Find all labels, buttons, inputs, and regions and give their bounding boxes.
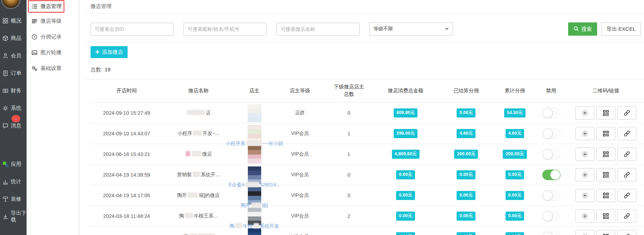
text-segment: 系统开发 bbox=[260, 223, 279, 229]
sidebar-item-label: 会员 bbox=[11, 52, 21, 59]
text-segment: 陶开 bbox=[177, 192, 187, 198]
copy-link-button[interactable] bbox=[617, 127, 636, 140]
minicode-button[interactable] bbox=[575, 168, 594, 181]
cumulative-commission-badge: 0.00元 bbox=[506, 191, 524, 200]
cumulative-commission-badge-cell: 200.00元 bbox=[494, 144, 535, 165]
qrcode-button[interactable] bbox=[596, 230, 615, 235]
text-segment: 福]的微店 bbox=[199, 192, 220, 198]
column-header: 微店名称 bbox=[163, 79, 233, 103]
copy-link-button[interactable] bbox=[617, 209, 636, 223]
text-segment: 陶 bbox=[179, 213, 184, 219]
total-amount-badge-cell: 0.00元 bbox=[373, 227, 438, 235]
toggle-knob bbox=[543, 232, 552, 235]
owner-link[interactable]: 陶开福] bbox=[241, 202, 268, 209]
minicode-button[interactable] bbox=[575, 127, 594, 140]
total-amount-badge-cell: 809.80元 bbox=[373, 103, 438, 123]
column-header: 二维码/链接 bbox=[567, 79, 644, 103]
open-time-cell: 2024-04-19 14:17:05 bbox=[90, 185, 163, 206]
owner-cell: 小程序系~~何小姐 bbox=[234, 123, 276, 144]
sidebar-item-shop-level[interactable]: 微店等级 bbox=[27, 13, 79, 29]
copy-link-button[interactable] bbox=[617, 230, 636, 235]
image-icon bbox=[31, 50, 37, 56]
sidebar-item-apps[interactable]: 应用 bbox=[0, 155, 27, 173]
shop-name-input[interactable] bbox=[277, 23, 360, 36]
sub-shop-count-cell: 1 bbox=[324, 144, 373, 165]
divider bbox=[85, 42, 644, 43]
qrcode-button[interactable] bbox=[596, 127, 615, 140]
owner-link[interactable]: 小程序系~~何小姐 bbox=[226, 141, 283, 147]
owner-link[interactable]: E企盈#526014... bbox=[229, 182, 280, 188]
sidebar-item-commission-records[interactable]: 分佣记录 bbox=[27, 29, 79, 45]
sidebar-item-label: 微店管理 bbox=[41, 3, 62, 10]
sidebar-item-overview[interactable]: 概况 bbox=[0, 12, 27, 29]
redacted-text bbox=[245, 182, 259, 187]
sidebar-item-label: 概况 bbox=[11, 17, 21, 24]
disable-toggle[interactable] bbox=[542, 232, 560, 235]
page-title: 微店管理 bbox=[91, 3, 644, 10]
settled-commission-badge: 0.00元 bbox=[457, 108, 475, 118]
minicode-button[interactable] bbox=[575, 148, 594, 161]
member-id-input[interactable] bbox=[91, 23, 174, 36]
secondary-sidebar: 微店管理微店等级分佣记录图片轮播基础设置 bbox=[27, 0, 79, 235]
redacted-text bbox=[235, 223, 242, 228]
copy-link-button[interactable] bbox=[617, 168, 636, 181]
level-select[interactable]: 等级不限 bbox=[370, 22, 453, 36]
disable-toggle[interactable] bbox=[542, 108, 560, 118]
total-amount-badge-cell: 4,809.80元 bbox=[373, 144, 438, 165]
sidebar-item-orders[interactable]: 订单 bbox=[0, 64, 27, 82]
sidebar-item-goods[interactable]: 商品 bbox=[0, 29, 27, 47]
sidebar-item-shop-manage[interactable]: 微店管理 bbox=[29, 1, 64, 12]
add-shop-button[interactable]: 添加微店 bbox=[91, 46, 128, 58]
sidebar-item-stats[interactable]: 统计 bbox=[0, 173, 27, 190]
members-icon bbox=[2, 53, 8, 59]
text-segment: 店 bbox=[206, 110, 210, 115]
copy-link-button[interactable] bbox=[617, 189, 636, 202]
export-excel-button[interactable]: 导出 EXCEL bbox=[601, 22, 641, 36]
sidebar-item-export-download[interactable]: 导出下载 bbox=[0, 208, 27, 225]
sidebar-item-finance[interactable]: 财务 bbox=[0, 82, 27, 99]
settled-commission-badge-cell: 4.60元 bbox=[438, 123, 494, 144]
sidebar-item-messages[interactable]: 消息… bbox=[0, 117, 27, 134]
settled-commission-badge: 4.60元 bbox=[457, 129, 475, 138]
sidebar-item-basic-settings[interactable]: 基础设置 bbox=[27, 60, 79, 76]
clock-icon bbox=[31, 34, 37, 40]
minicode-button[interactable] bbox=[575, 106, 594, 120]
qrcode-button[interactable] bbox=[596, 148, 615, 161]
member-info-input[interactable] bbox=[184, 23, 267, 36]
filter-bar: 等级不限 搜索 导出 EXCEL bbox=[91, 22, 644, 36]
disable-toggle[interactable] bbox=[542, 170, 560, 180]
text-segment: 营销裂 bbox=[177, 172, 192, 177]
shop-name-cell: 小程序开发~... bbox=[163, 123, 233, 144]
qrcode-button[interactable] bbox=[596, 168, 615, 181]
qrcode-button[interactable] bbox=[596, 189, 615, 202]
owner-level-cell: VIP会员 bbox=[276, 227, 324, 235]
sub-shop-count-cell: 1 bbox=[324, 123, 373, 144]
text-segment: 开发~... bbox=[202, 130, 219, 136]
disable-toggle[interactable] bbox=[542, 149, 560, 159]
minicode-button[interactable] bbox=[575, 230, 594, 235]
qrcode-button[interactable] bbox=[596, 106, 615, 120]
disable-toggle[interactable] bbox=[542, 128, 560, 139]
owner-cell bbox=[234, 144, 276, 165]
sidebar-item-system[interactable]: 系统 bbox=[0, 99, 27, 117]
copy-link-button[interactable] bbox=[617, 148, 636, 161]
cumulative-commission-badge: 0.00元 bbox=[506, 232, 524, 235]
shop-name-cell: 陶牛模王系... bbox=[163, 206, 233, 227]
cumulative-commission-badge-cell: 4.60元 bbox=[494, 123, 535, 144]
disable-toggle[interactable] bbox=[542, 211, 560, 221]
disable-toggle[interactable] bbox=[542, 190, 560, 201]
sidebar-item-image-carousel[interactable]: 图片轮播 bbox=[27, 45, 79, 60]
divider bbox=[85, 13, 644, 13]
annotation-highlight: 微店管理 bbox=[28, 0, 64, 13]
sidebar-item-decorate[interactable]: 装修 bbox=[0, 190, 27, 208]
owner-link[interactable]: 陶牛模系统开发 bbox=[230, 223, 279, 229]
copy-link-button[interactable] bbox=[617, 106, 636, 120]
text-segment: 陶开 bbox=[241, 202, 251, 208]
sidebar-item-members[interactable]: 会员 bbox=[0, 47, 27, 64]
column-header: 下级微店店主 总数 bbox=[324, 79, 373, 103]
qrcode-button[interactable] bbox=[596, 209, 615, 223]
disable-cell bbox=[535, 123, 567, 144]
minicode-button[interactable] bbox=[575, 189, 594, 202]
search-button[interactable]: 搜索 bbox=[568, 22, 597, 36]
minicode-button[interactable] bbox=[575, 209, 594, 223]
